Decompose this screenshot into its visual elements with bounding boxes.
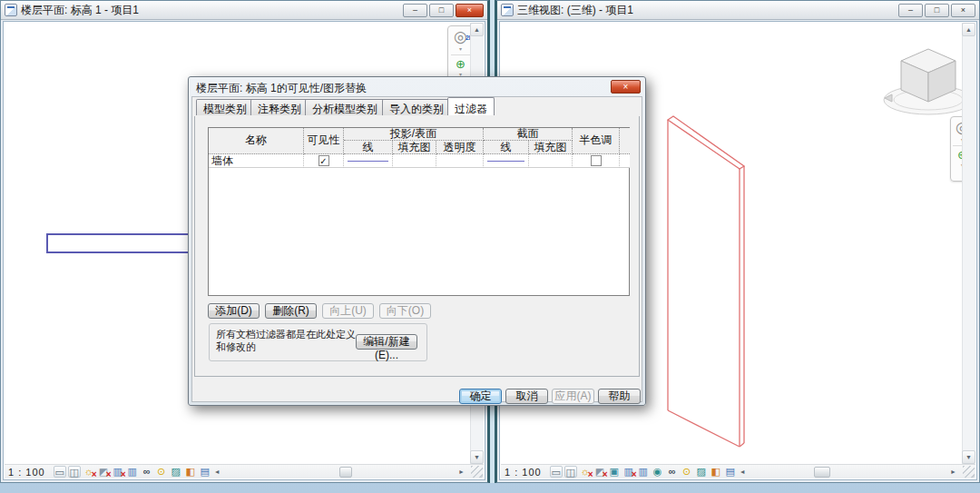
close-button[interactable]: ×	[456, 4, 484, 17]
remove-filter-button[interactable]: 删除(R)	[265, 303, 317, 319]
highlight-displacement-sets-icon[interactable]: ◧	[710, 466, 722, 478]
maximize-button[interactable]: □	[429, 4, 454, 17]
tab-analytical-categories[interactable]: 分析模型类别	[305, 99, 385, 115]
apply-button[interactable]: 应用(A)	[552, 389, 594, 404]
transparency-override-cell[interactable]	[436, 154, 484, 168]
hscroll-left-icon[interactable]: ◄	[214, 468, 220, 475]
scroll-up-icon[interactable]: ▲	[962, 23, 975, 36]
show-rendering-dialog-icon[interactable]: ▣	[608, 466, 621, 478]
col-header-cut-lines[interactable]: 线	[484, 141, 529, 154]
edit-filters-groupbox: 所有文档过滤器都是在此处定义和修改的 编辑/新建(E)...	[209, 323, 427, 361]
temporary-hide-isolate-icon[interactable]: ∞	[141, 466, 153, 478]
dialog-close-icon[interactable]: ×	[611, 80, 641, 94]
ok-button[interactable]: 确定	[459, 389, 502, 404]
reveal-constraints-icon[interactable]: ▤	[724, 466, 737, 478]
move-down-button[interactable]: 向下(O)	[379, 303, 431, 319]
view-scale[interactable]: 1 : 100	[505, 467, 542, 478]
cut-lines-override-cell[interactable]	[484, 154, 529, 168]
halftone-cell[interactable]	[573, 154, 620, 168]
col-group-projection-surface[interactable]: 投影/表面	[344, 128, 484, 141]
wall-3d-element[interactable]	[663, 111, 754, 456]
col-header-visibility[interactable]: 可见性	[304, 128, 344, 154]
show-crop-region-icon[interactable]: ▥	[637, 466, 650, 478]
line-override-preview	[487, 161, 524, 162]
hscroll-left-icon[interactable]: ◄	[740, 468, 746, 475]
crop-view-icon[interactable]: ▥	[622, 466, 635, 478]
hscroll-right-icon[interactable]: ►	[950, 468, 956, 475]
shadows-icon[interactable]: ◩	[97, 466, 110, 478]
halftone-checkbox[interactable]	[591, 155, 602, 166]
vertical-scrollbar[interactable]: ▲ ▼	[962, 23, 975, 464]
wheel-menu-caret-icon[interactable]: ▾	[459, 46, 462, 52]
scroll-down-icon[interactable]: ▼	[470, 450, 484, 464]
add-filter-button[interactable]: 添加(D)	[208, 303, 260, 319]
view-control-icons: ▭◫☼◩▣▥▥◉∞⊙▨◧▤	[550, 466, 737, 478]
analytical-model-icon[interactable]: ▨	[170, 466, 182, 478]
scroll-up-icon[interactable]: ▲	[470, 23, 484, 36]
minimize-button[interactable]: –	[403, 4, 427, 17]
visual-style-icon[interactable]: ◫	[564, 466, 577, 478]
col-group-cut[interactable]: 截面	[484, 128, 573, 141]
sun-path-icon[interactable]: ☼	[579, 466, 592, 478]
filter-row-name[interactable]: 墙体	[209, 154, 304, 168]
col-header-transparency[interactable]: 透明度	[436, 141, 484, 154]
resize-grip[interactable]	[963, 466, 975, 478]
sun-path-icon[interactable]: ☼	[83, 466, 95, 478]
close-button[interactable]: ×	[951, 4, 975, 17]
temporary-hide-isolate-icon[interactable]: ∞	[666, 466, 679, 478]
filters-note-text: 所有文档过滤器都是在此处定义和修改的	[216, 328, 361, 353]
steering-wheel-2d-icon[interactable]: ◎2D	[454, 29, 467, 45]
tab-imported-categories[interactable]: 导入的类别	[382, 99, 451, 115]
projection-lines-override-cell[interactable]	[344, 154, 393, 168]
crop-view-icon[interactable]: ▥	[112, 466, 124, 478]
three-d-titlebar[interactable]: 三维视图: (三维) - 项目1 – □ ×	[497, 1, 979, 20]
filter-row-visibility-cell[interactable]: ✓	[304, 154, 344, 168]
visibility-checkbox[interactable]: ✓	[318, 155, 329, 166]
hscroll-right-icon[interactable]: ►	[458, 468, 465, 475]
reveal-hidden-elements-icon[interactable]: ⊙	[155, 466, 168, 478]
floor-plan-view-icon	[5, 4, 17, 16]
cut-patterns-override-cell[interactable]	[529, 154, 573, 168]
floor-plan-titlebar[interactable]: 楼层平面: 标高 1 - 项目1 – □ ×	[1, 1, 487, 20]
zoom-tool-icon[interactable]: ⊕	[456, 58, 466, 71]
reveal-constraints-icon[interactable]: ▤	[199, 466, 211, 478]
visual-style-icon[interactable]: ◫	[68, 466, 81, 478]
hscroll-thumb[interactable]	[814, 467, 830, 478]
detail-level-icon[interactable]: ▭	[54, 466, 66, 478]
tab-model-categories[interactable]: 模型类别	[196, 99, 254, 115]
wall-plan-element[interactable]	[46, 233, 194, 253]
help-button[interactable]: 帮助	[598, 389, 641, 404]
filters-table: 名称 可见性 投影/表面 线 填充图案 透明度 截面 线 填充图案 半色调 墙体…	[208, 127, 630, 296]
shadows-icon[interactable]: ◩	[593, 466, 606, 478]
view-control-icons: ▭◫☼◩▥▥∞⊙▨◧▤	[54, 466, 211, 478]
col-header-projection-patterns[interactable]: 填充图案	[393, 141, 436, 154]
minimize-button[interactable]: –	[898, 4, 923, 17]
scroll-down-icon[interactable]: ▼	[962, 450, 975, 464]
col-header-projection-lines[interactable]: 线	[344, 141, 393, 154]
highlight-displacement-sets-icon[interactable]: ◧	[184, 466, 197, 478]
tab-filters[interactable]: 过滤器	[447, 97, 495, 115]
show-crop-region-icon[interactable]: ▥	[126, 466, 139, 478]
hscroll-thumb[interactable]	[339, 467, 352, 478]
maximize-button[interactable]: □	[925, 4, 949, 17]
view-control-bar: 1 : 100 ▭◫☼◩▣▥▥◉∞⊙▨◧▤ ◄ ►	[501, 464, 975, 478]
three-d-title: 三维视图: (三维) - 项目1	[517, 3, 633, 18]
resize-grip[interactable]	[471, 466, 483, 478]
line-override-preview	[348, 161, 388, 162]
move-up-button[interactable]: 向上(U)	[322, 303, 374, 319]
col-header-cut-patterns[interactable]: 填充图案	[529, 141, 573, 154]
dialog-title: 楼层平面: 标高 1的可见性/图形替换	[196, 81, 367, 96]
detail-level-icon[interactable]: ▭	[550, 466, 563, 478]
tab-annotation-categories[interactable]: 注释类别	[250, 99, 309, 115]
edit-new-button[interactable]: 编辑/新建(E)...	[356, 334, 417, 350]
cancel-button[interactable]: 取消	[505, 389, 548, 404]
view-scale[interactable]: 1 : 100	[8, 467, 45, 478]
reveal-hidden-elements-icon[interactable]: ⊙	[681, 466, 693, 478]
analytical-model-icon[interactable]: ▨	[695, 466, 708, 478]
unlocked-3d-view-icon[interactable]: ◉	[652, 466, 664, 478]
view-control-bar: 1 : 100 ▭◫☼◩▥▥∞⊙▨◧▤ ◄ ►	[5, 464, 484, 478]
col-header-name[interactable]: 名称	[209, 128, 304, 154]
projection-patterns-override-cell[interactable]	[393, 154, 436, 168]
floor-plan-title: 楼层平面: 标高 1 - 项目1	[21, 3, 139, 18]
col-header-halftone[interactable]: 半色调	[573, 128, 620, 154]
